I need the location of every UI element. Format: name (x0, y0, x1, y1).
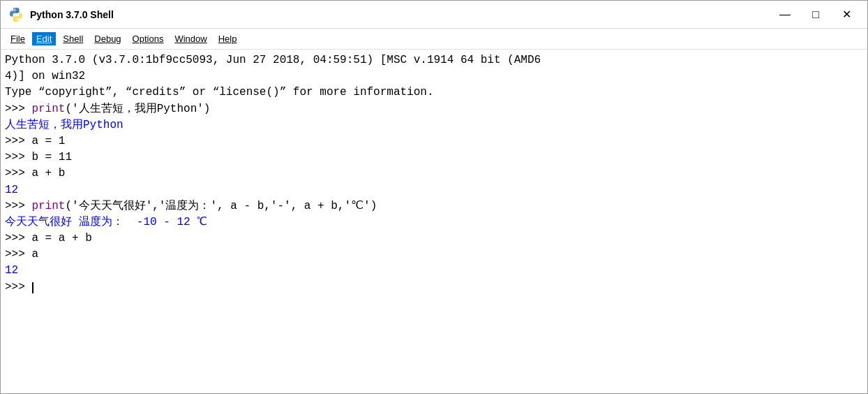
prompt-2: >>> (5, 135, 31, 147)
menu-edit[interactable]: Edit (32, 32, 56, 45)
close-button[interactable]: ✕ (832, 5, 860, 24)
code-5: ('今天天气很好','温度为：', a - b,'-', a + b,'℃') (65, 200, 377, 212)
minimize-button[interactable]: — (771, 5, 799, 24)
shell-line-7: >>> a (5, 247, 863, 263)
menu-debug[interactable]: Debug (90, 32, 125, 45)
output-line-4: 12 (5, 263, 863, 279)
title-bar-left: Python 3.7.0 Shell (8, 6, 114, 23)
code-3: b = 11 (31, 151, 72, 163)
code-1: ('人生苦短，我用Python') (65, 103, 210, 115)
shell-line-4: >>> a + b (5, 166, 863, 182)
title-bar: Python 3.7.0 Shell — □ ✕ (1, 1, 867, 29)
keyword-print-1: print (31, 103, 65, 115)
code-4: a + b (31, 167, 65, 180)
shell-line-5: >>> print('今天天气很好','温度为：', a - b,'-', a … (5, 198, 863, 214)
cursor (32, 282, 33, 293)
code-6: a = a + b (31, 232, 91, 245)
window-title: Python 3.7.0 Shell (30, 9, 114, 20)
header-line-2: 4)] on win32 (5, 68, 863, 85)
prompt-3: >>> (5, 151, 31, 163)
shell-line-2: >>> a = 1 (5, 133, 863, 149)
menu-file[interactable]: File (6, 32, 29, 45)
menu-window[interactable]: Window (170, 32, 211, 45)
prompt-cursor: >>> (5, 281, 31, 293)
python-shell-window: Python 3.7.0 Shell — □ ✕ File Edit Shell… (0, 0, 868, 394)
output-line-3: 今天天气很好 温度为： -10 - 12 ℃ (5, 214, 863, 231)
header-line-1: Python 3.7.0 (v3.7.0:1bf9cc5093, Jun 27 … (5, 52, 863, 68)
prompt-5: >>> (5, 200, 31, 212)
header-line-3: Type “copyright”, “credits” or “license(… (5, 85, 863, 101)
prompt-4: >>> (5, 167, 31, 180)
menu-shell[interactable]: Shell (59, 32, 87, 45)
python-icon (8, 6, 24, 23)
shell-line-6: >>> a = a + b (5, 231, 863, 247)
shell-line-1: >>> print('人生苦短，我用Python') (5, 101, 863, 117)
shell-content[interactable]: Python 3.7.0 (v3.7.0:1bf9cc5093, Jun 27 … (1, 50, 867, 393)
output-line-2: 12 (5, 182, 863, 198)
shell-line-3: >>> b = 11 (5, 149, 863, 166)
prompt-1: >>> (5, 103, 31, 115)
shell-line-cursor: >>> (5, 279, 863, 296)
menu-help[interactable]: Help (214, 32, 241, 45)
output-line-1: 人生苦短，我用Python (5, 117, 863, 133)
maximize-button[interactable]: □ (802, 5, 830, 24)
code-2: a = 1 (31, 135, 65, 147)
keyword-print-2: print (31, 200, 65, 212)
menu-options[interactable]: Options (128, 32, 168, 45)
prompt-7: >>> (5, 248, 31, 261)
title-bar-controls: — □ ✕ (771, 5, 860, 24)
prompt-6: >>> (5, 232, 31, 245)
menu-bar: File Edit Shell Debug Options Window Hel… (1, 29, 867, 50)
code-7: a (31, 248, 38, 261)
